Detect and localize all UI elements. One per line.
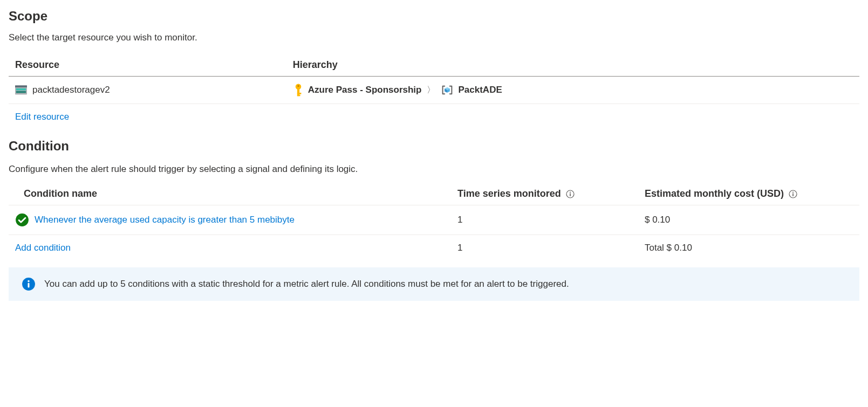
chevron-right-icon: 〉 [427, 85, 435, 96]
condition-table: Condition name Time series monitored Est… [9, 183, 859, 261]
scope-description: Select the target resource you wish to m… [9, 32, 859, 43]
condition-row: Whenever the average used capacity is gr… [9, 205, 859, 234]
total-cost: Total $ 0.10 [638, 234, 859, 261]
scope-title: Scope [9, 9, 859, 24]
resource-group-icon [441, 84, 454, 96]
svg-rect-2 [16, 88, 26, 91]
svg-rect-7 [297, 93, 302, 94]
check-circle-icon [15, 213, 29, 227]
svg-point-5 [297, 85, 299, 87]
svg-point-13 [792, 191, 794, 192]
condition-title: Condition [9, 139, 859, 154]
condition-header-name: Condition name [9, 183, 451, 205]
resource-name: packtadestoragev2 [32, 85, 110, 95]
svg-point-17 [28, 280, 29, 281]
condition-section: Condition Configure when the alert rule … [9, 139, 859, 301]
svg-rect-1 [15, 85, 27, 87]
storage-account-icon [15, 84, 27, 96]
edit-resource-link[interactable]: Edit resource [15, 112, 69, 122]
condition-footer-row: Add condition 1 Total $ 0.10 [9, 234, 859, 261]
resource-group-name: PacktADE [458, 85, 502, 95]
info-banner-text: You can add up to 5 conditions with a st… [44, 279, 569, 289]
svg-rect-11 [570, 193, 571, 196]
scope-header-resource: Resource [9, 54, 286, 77]
info-circle-icon [22, 277, 36, 291]
subscription-name: Azure Pass - Sponsorship [308, 85, 422, 95]
svg-point-10 [570, 191, 571, 192]
svg-rect-3 [16, 91, 26, 93]
svg-rect-18 [28, 282, 29, 287]
scope-header-hierarchy: Hierarchy [286, 54, 859, 77]
key-icon [293, 83, 304, 97]
condition-name-link[interactable]: Whenever the average used capacity is gr… [35, 215, 295, 225]
svg-rect-8 [297, 95, 300, 96]
condition-header-cost: Estimated monthly cost (USD) [638, 183, 859, 205]
scope-section: Scope Select the target resource you wis… [9, 9, 859, 122]
total-timeseries: 1 [451, 234, 638, 261]
add-condition-link[interactable]: Add condition [15, 243, 71, 253]
scope-resource-row: packtadestoragev2 [9, 77, 859, 104]
condition-timeseries-value: 1 [451, 205, 638, 234]
condition-cost-value: $ 0.10 [638, 205, 859, 234]
info-banner: You can add up to 5 conditions with a st… [9, 267, 859, 301]
info-icon[interactable] [566, 190, 575, 198]
condition-header-timeseries: Time series monitored [451, 183, 638, 205]
scope-table: Resource Hierarchy [9, 54, 859, 104]
svg-point-15 [16, 213, 29, 226]
svg-rect-14 [792, 193, 794, 196]
condition-description: Configure when the alert rule should tri… [9, 162, 402, 176]
info-icon[interactable] [789, 190, 797, 198]
